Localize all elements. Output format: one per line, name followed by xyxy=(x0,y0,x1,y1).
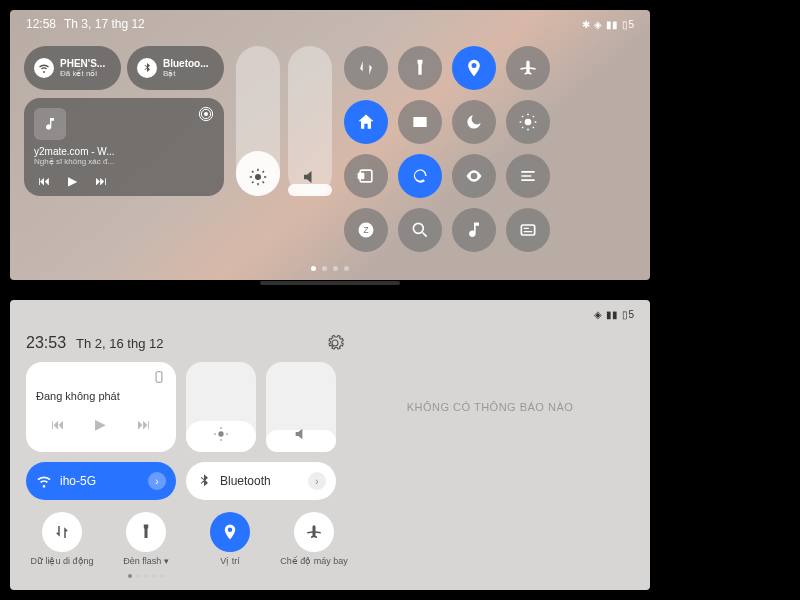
status-date: Th 3, 17 thg 12 xyxy=(64,17,145,31)
prev-button[interactable]: ⏮ xyxy=(38,174,50,188)
brightness-slider[interactable] xyxy=(236,46,280,196)
wifi-status-icon: ◈ xyxy=(594,19,602,30)
wifi-icon xyxy=(36,473,52,489)
settings-icon[interactable] xyxy=(326,334,344,352)
wifi-toggle-14[interactable]: iho-5G › xyxy=(26,462,176,500)
svg-text:Z: Z xyxy=(363,225,368,235)
home-indicator[interactable] xyxy=(260,281,400,285)
svg-point-12 xyxy=(218,431,223,436)
status-bar-14: ◈ ▮▮ ▯5 xyxy=(10,300,650,328)
flashlight-tile[interactable] xyxy=(398,46,442,90)
sync-tile[interactable] xyxy=(398,154,442,198)
svg-rect-6 xyxy=(358,173,365,180)
brightness-slider-14[interactable] xyxy=(186,362,256,452)
airplane-label: Chế độ máy bay xyxy=(280,556,348,566)
dnd-tile[interactable]: Z xyxy=(344,208,388,252)
battery-text: ▯5 xyxy=(622,19,634,30)
play-button-14[interactable]: ▶ xyxy=(95,416,106,432)
music-note-icon xyxy=(34,108,66,140)
label-coloros-14: ColorOS14 xyxy=(671,400,785,467)
data-toggle-14[interactable] xyxy=(42,512,82,552)
bluetooth-status-icon: ✱ xyxy=(582,19,590,30)
media-card-14[interactable]: Đang không phát ⏮ ▶ ⏭ xyxy=(26,362,176,452)
bluetooth-toggle[interactable]: Bluetoo...Bật xyxy=(127,46,224,90)
device-icon xyxy=(152,370,166,384)
cast-icon[interactable] xyxy=(198,106,214,122)
date-14: Th 2, 16 thg 12 xyxy=(76,336,163,351)
airplane-tile[interactable] xyxy=(506,46,550,90)
wifi-status: Đã kết nối xyxy=(60,69,105,78)
list-tile[interactable] xyxy=(506,154,550,198)
quick-tiles-grid: Z xyxy=(344,46,604,252)
auto-brightness-tile[interactable] xyxy=(506,100,550,144)
page-indicator-15 xyxy=(10,266,650,271)
data-tile[interactable] xyxy=(344,46,388,90)
moon-tile[interactable] xyxy=(452,100,496,144)
media-card-15[interactable]: y2mate.com - W... Nghệ sĩ không xác đ...… xyxy=(24,98,224,196)
volume-icon xyxy=(301,168,319,186)
prev-button-14[interactable]: ⏮ xyxy=(51,416,65,432)
eye-comfort-tile[interactable] xyxy=(452,154,496,198)
bluetooth-icon xyxy=(196,473,212,489)
status-icons-15: ✱ ◈ ▮▮ ▯5 xyxy=(582,19,634,30)
signal-status-icon: ▮▮ xyxy=(606,19,618,30)
airplane-toggle-14[interactable] xyxy=(294,512,334,552)
coloros-15-panel: 12:58 Th 3, 17 thg 12 ✱ ◈ ▮▮ ▯5 PHEN'S..… xyxy=(10,10,650,280)
svg-rect-11 xyxy=(156,372,162,383)
music-tile[interactable] xyxy=(452,208,496,252)
flashlight-toggle-14[interactable] xyxy=(126,512,166,552)
next-button[interactable]: ⏭ xyxy=(95,174,107,188)
status-bar-15: 12:58 Th 3, 17 thg 12 ✱ ◈ ▮▮ ▯5 xyxy=(10,10,650,38)
brightness-icon xyxy=(249,168,267,186)
wifi-toggle[interactable]: PHEN'S...Đã kết nối xyxy=(24,46,121,90)
volume-slider-14[interactable] xyxy=(266,362,336,452)
location-tile[interactable] xyxy=(452,46,496,90)
wifi-name: PHEN'S... xyxy=(60,58,105,69)
bt-status: Bật xyxy=(163,69,209,78)
volume-slider[interactable] xyxy=(288,46,332,196)
time-14: 23:53 xyxy=(26,334,66,352)
volume-icon xyxy=(293,426,309,442)
bluetooth-icon xyxy=(137,58,157,78)
bt-label-14: Bluetooth xyxy=(220,474,271,488)
next-button-14[interactable]: ⏭ xyxy=(137,416,151,432)
media-title: y2mate.com - W... xyxy=(34,146,214,157)
bluetooth-toggle-14[interactable]: Bluetooth › xyxy=(186,462,336,500)
svg-point-4 xyxy=(525,119,532,126)
flash-label: Đèn flash ▾ xyxy=(123,556,169,566)
chevron-icon[interactable]: › xyxy=(308,472,326,490)
screenshot-tile[interactable] xyxy=(344,154,388,198)
data-label: Dữ liệu di động xyxy=(30,556,93,566)
wifi-status-icon: ◈ xyxy=(594,309,602,320)
wallet-tile[interactable] xyxy=(398,100,442,144)
wifi-icon xyxy=(34,58,54,78)
brightness-icon xyxy=(213,426,229,442)
svg-point-9 xyxy=(413,223,423,233)
media-status-14: Đang không phát xyxy=(36,390,166,402)
coloros-14-panel: ◈ ▮▮ ▯5 23:53 Th 2, 16 thg 12 Đang không… xyxy=(10,300,650,590)
header-14: 23:53 Th 2, 16 thg 12 xyxy=(26,334,634,352)
signal-status-icon: ▮▮ xyxy=(606,309,618,320)
svg-point-3 xyxy=(255,174,261,180)
svg-rect-10 xyxy=(521,225,534,235)
play-button[interactable]: ▶ xyxy=(68,174,77,188)
location-label: Vị trí xyxy=(220,556,240,566)
chevron-icon[interactable]: › xyxy=(148,472,166,490)
card-tile[interactable] xyxy=(506,208,550,252)
status-time: 12:58 xyxy=(26,17,56,31)
search-tile[interactable] xyxy=(398,208,442,252)
home-tile[interactable] xyxy=(344,100,388,144)
location-toggle-14[interactable] xyxy=(210,512,250,552)
svg-point-0 xyxy=(204,112,208,116)
media-artist: Nghệ sĩ không xác đ... xyxy=(34,157,214,166)
label-coloros-15: ColorOS15 xyxy=(671,110,785,177)
wifi-name-14: iho-5G xyxy=(60,474,96,488)
battery-icon: ▯5 xyxy=(622,309,634,320)
bt-name: Bluetoo... xyxy=(163,58,209,69)
notification-empty: KHÔNG CÓ THÔNG BÁO NÀO xyxy=(346,362,634,452)
